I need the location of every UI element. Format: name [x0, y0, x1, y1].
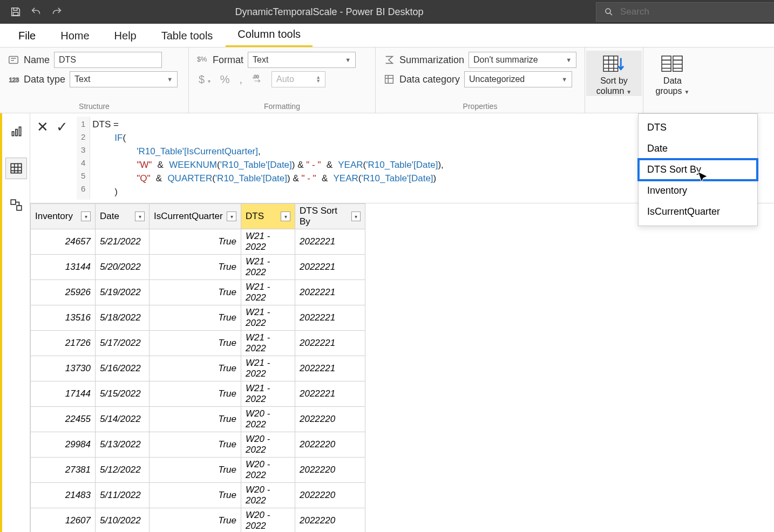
cell[interactable]: W21 - 2022	[241, 381, 295, 407]
undo-icon[interactable]	[30, 6, 42, 18]
column-filter-button[interactable]: ▾	[281, 212, 290, 221]
decimals-icon[interactable]: .00	[250, 73, 266, 86]
cell[interactable]: True	[150, 229, 241, 255]
cell[interactable]: W20 - 2022	[241, 458, 295, 483]
column-header[interactable]: DTS Sort By	[300, 206, 348, 227]
percent-icon[interactable]: %	[218, 73, 232, 86]
cell[interactable]: W21 - 2022	[241, 229, 295, 255]
cell[interactable]: True	[150, 407, 241, 432]
cell[interactable]: W20 - 2022	[241, 407, 295, 432]
table-row[interactable]: 131445/20/2022TrueW21 - 20222022221	[31, 255, 365, 280]
cell[interactable]: 2022220	[295, 432, 365, 458]
save-icon[interactable]	[10, 6, 22, 18]
cell[interactable]: 17144	[31, 381, 96, 407]
comma-icon[interactable]: ,	[237, 73, 245, 86]
cell[interactable]: True	[150, 280, 241, 305]
redo-icon[interactable]	[51, 6, 63, 18]
cell[interactable]: 29984	[31, 432, 96, 458]
datacategory-select[interactable]: Uncategorized ▼	[464, 71, 572, 87]
cell[interactable]: 5/10/2022	[96, 508, 150, 533]
cell[interactable]: True	[150, 331, 241, 356]
column-header-cell[interactable]: DTS Sort By▾	[295, 204, 365, 229]
cell[interactable]: True	[150, 381, 241, 407]
cell[interactable]: W21 - 2022	[241, 305, 295, 331]
cell[interactable]: 13144	[31, 255, 96, 280]
cell[interactable]: 5/18/2022	[96, 305, 150, 331]
cell[interactable]: 5/13/2022	[96, 432, 150, 458]
cell[interactable]: 5/11/2022	[96, 483, 150, 508]
cell[interactable]: 5/19/2022	[96, 280, 150, 305]
column-header[interactable]: Inventory	[35, 211, 73, 222]
sort-menu-item[interactable]: DTS Sort By	[639, 159, 757, 180]
cell[interactable]: W21 - 2022	[241, 255, 295, 280]
currency-icon[interactable]: $ ▾	[196, 73, 213, 86]
table-row[interactable]: 171445/15/2022TrueW21 - 20222022221	[31, 381, 365, 407]
cell[interactable]: 21483	[31, 483, 96, 508]
data-grid[interactable]: Inventory▾Date▾IsCurrentQuarter▾DTS▾DTS …	[30, 203, 774, 532]
cell[interactable]: W21 - 2022	[241, 356, 295, 381]
sort-menu-item[interactable]: Date	[639, 138, 757, 159]
name-input[interactable]: DTS	[54, 52, 162, 68]
cell[interactable]: W20 - 2022	[241, 432, 295, 458]
cell[interactable]: 21726	[31, 331, 96, 356]
table-row[interactable]: 259265/19/2022TrueW21 - 20222022221	[31, 280, 365, 305]
table-row[interactable]: 137305/16/2022TrueW21 - 20222022221	[31, 356, 365, 381]
table-row[interactable]: 299845/13/2022TrueW20 - 20222022220	[31, 432, 365, 458]
cell[interactable]: 25926	[31, 280, 96, 305]
decimal-places-input[interactable]: Auto ▲▼	[271, 71, 325, 87]
cancel-formula-button[interactable]: ✕	[37, 119, 49, 135]
cell[interactable]: 5/14/2022	[96, 407, 150, 432]
cell[interactable]: 2022221	[295, 331, 365, 356]
column-header-cell[interactable]: Date▾	[96, 204, 150, 229]
table-row[interactable]: 273815/12/2022TrueW20 - 20222022220	[31, 458, 365, 483]
cell[interactable]: 5/15/2022	[96, 381, 150, 407]
cell[interactable]: 2022221	[295, 229, 365, 255]
cell[interactable]: True	[150, 432, 241, 458]
cell[interactable]: 5/20/2022	[96, 255, 150, 280]
cell[interactable]: 2022221	[295, 255, 365, 280]
cell[interactable]: 5/17/2022	[96, 331, 150, 356]
datatype-select[interactable]: Text ▼	[70, 71, 178, 87]
data-groups-button[interactable]: Data groups▼	[644, 51, 701, 96]
column-header[interactable]: DTS	[246, 211, 264, 222]
cell[interactable]: W20 - 2022	[241, 483, 295, 508]
cell[interactable]: True	[150, 356, 241, 381]
cell[interactable]: W21 - 2022	[241, 331, 295, 356]
cell[interactable]: 2022220	[295, 508, 365, 533]
sort-by-column-button[interactable]: Sort by column▼	[586, 51, 642, 96]
cell[interactable]: 5/16/2022	[96, 356, 150, 381]
summarization-select[interactable]: Don't summarize ▼	[469, 52, 576, 68]
formula-editor[interactable]: DTS = IF( 'R10_Table'[IsCurrentQuarter],…	[90, 117, 445, 200]
table-row[interactable]: 126075/10/2022TrueW20 - 20222022220	[31, 508, 365, 533]
cell[interactable]: True	[150, 508, 241, 533]
table-row[interactable]: 135165/18/2022TrueW21 - 20222022221	[31, 305, 365, 331]
cell[interactable]: 27381	[31, 458, 96, 483]
cell[interactable]: 2022220	[295, 483, 365, 508]
table-row[interactable]: 246575/21/2022TrueW21 - 20222022221	[31, 229, 365, 255]
search-box[interactable]	[596, 2, 774, 22]
report-view-button[interactable]	[5, 121, 27, 142]
table-row[interactable]: 214835/11/2022TrueW20 - 20222022220	[31, 483, 365, 508]
column-header-cell[interactable]: Inventory▾	[31, 204, 96, 229]
column-filter-button[interactable]: ▾	[135, 212, 145, 221]
tab-home[interactable]: Home	[49, 25, 101, 47]
cell[interactable]: W21 - 2022	[241, 280, 295, 305]
column-filter-button[interactable]: ▾	[351, 212, 361, 221]
sort-by-column-menu[interactable]: DTSDateDTS Sort ByInventoryIsCurrentQuar…	[638, 113, 758, 226]
commit-formula-button[interactable]: ✓	[56, 119, 68, 135]
model-view-button[interactable]	[5, 194, 27, 216]
cell[interactable]: 24657	[31, 229, 96, 255]
format-select[interactable]: Text ▼	[248, 52, 356, 68]
cell[interactable]: 2022221	[295, 381, 365, 407]
column-filter-button[interactable]: ▾	[81, 212, 91, 221]
cell[interactable]: 2022221	[295, 356, 365, 381]
tab-file[interactable]: File	[6, 25, 47, 47]
tab-column-tools[interactable]: Column tools	[226, 23, 313, 47]
tab-help[interactable]: Help	[103, 25, 148, 47]
cell[interactable]: 2022220	[295, 458, 365, 483]
tab-table-tools[interactable]: Table tools	[150, 25, 225, 47]
cell[interactable]: 12607	[31, 508, 96, 533]
cell[interactable]: True	[150, 483, 241, 508]
data-view-button[interactable]	[5, 158, 27, 179]
cell[interactable]: 2022221	[295, 305, 365, 331]
